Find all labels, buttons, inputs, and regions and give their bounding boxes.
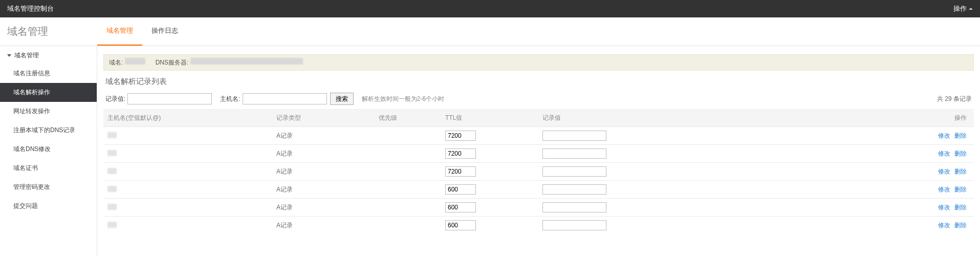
cell-host: [103, 145, 272, 163]
col-header-host: 主机名(空值默认@): [103, 110, 272, 127]
sidebar-item-dns-modify[interactable]: 域名DNS修改: [0, 140, 97, 159]
title-tabs-row: 域名管理 域名管理 操作日志: [0, 17, 980, 46]
cell-ops: 修改删除: [923, 127, 974, 145]
search-row: 记录值: 主机名: 搜索 解析生效时间一般为2-6个小时 共 29 条记录: [103, 92, 974, 109]
cell-value: [538, 163, 923, 181]
cell-priority: [375, 163, 441, 181]
record-value-input[interactable]: [542, 220, 606, 230]
record-value-input[interactable]: [542, 148, 606, 159]
record-value-input[interactable]: [127, 93, 212, 104]
ttl-input[interactable]: [445, 166, 476, 177]
cell-type: A记录: [272, 145, 375, 163]
table-row: A记录修改删除: [103, 181, 974, 199]
col-header-type: 记录类型: [272, 110, 375, 127]
cell-type: A记录: [272, 199, 375, 217]
record-count: 共 29 条记录: [937, 95, 972, 103]
cell-ops: 修改删除: [923, 145, 974, 163]
layout: 域名管理 域名注册信息 域名解析操作 网址转发操作 注册本域下的DNS记录 域名…: [0, 46, 980, 256]
tab-label: 域名管理: [106, 26, 133, 35]
sidebar-item-register-dns[interactable]: 注册本域下的DNS记录: [0, 121, 97, 140]
ttl-input[interactable]: [445, 148, 476, 159]
sidebar-item-dns-records[interactable]: 域名解析操作: [0, 83, 97, 102]
cell-ttl: [441, 217, 538, 234]
cell-priority: [375, 127, 441, 145]
delete-link[interactable]: 删除: [954, 204, 967, 211]
edit-link[interactable]: 修改: [938, 132, 950, 139]
tabs-container: 域名管理 操作日志: [97, 17, 187, 46]
delete-link[interactable]: 删除: [954, 186, 967, 193]
redacted-dns-value: [190, 58, 303, 65]
main-content: 域名: DNS服务器: 域名解析记录列表 记录值: 主机名: 搜索 解析生效时间…: [97, 46, 980, 256]
edit-link[interactable]: 修改: [938, 204, 950, 211]
table-row: A记录修改删除: [103, 199, 974, 217]
cell-ops: 修改删除: [923, 217, 974, 234]
cell-ttl: [441, 199, 538, 217]
redacted-domain-value: [125, 58, 145, 65]
delete-link[interactable]: 删除: [954, 168, 967, 175]
cell-host: [103, 199, 272, 217]
sidebar-item-submit-issue[interactable]: 提交问题: [0, 197, 97, 216]
cell-host: [103, 181, 272, 199]
col-header-ops: 操作: [923, 110, 974, 127]
dns-records-table: 主机名(空值默认@) 记录类型 优先级 TTL值 记录值 操作 A记录修改删除A…: [103, 109, 974, 234]
col-header-priority: 优先级: [375, 110, 441, 127]
table-row: A记录修改删除: [103, 217, 974, 234]
table-header-row: 主机名(空值默认@) 记录类型 优先级 TTL值 记录值 操作: [103, 110, 974, 127]
record-value-input[interactable]: [542, 184, 606, 195]
cell-ttl: [441, 145, 538, 163]
cell-type: A记录: [272, 217, 375, 234]
cell-value: [538, 217, 923, 234]
cell-value: [538, 199, 923, 217]
ttl-input[interactable]: [445, 202, 476, 212]
cell-value: [538, 127, 923, 145]
cell-ops: 修改删除: [923, 163, 974, 181]
sidebar-item-password-change[interactable]: 管理密码更改: [0, 178, 97, 197]
record-value-input[interactable]: [542, 131, 606, 141]
record-value-input[interactable]: [542, 202, 606, 212]
ttl-input[interactable]: [445, 131, 476, 141]
search-left: 记录值: 主机名: 搜索 解析生效时间一般为2-6个小时: [105, 93, 444, 105]
cell-value: [538, 181, 923, 199]
search-button[interactable]: 搜索: [330, 93, 354, 105]
caret-down-icon: [7, 54, 11, 57]
cell-value: [538, 145, 923, 163]
section-title: 域名解析记录列表: [103, 71, 974, 92]
cell-ops: 修改删除: [923, 199, 974, 217]
cell-priority: [375, 145, 441, 163]
page-title: 域名管理: [0, 17, 97, 46]
redacted-host-value: [107, 222, 117, 228]
redacted-host-value: [107, 132, 117, 138]
edit-link[interactable]: 修改: [938, 150, 950, 157]
edit-link[interactable]: 修改: [938, 186, 950, 193]
header-action-dropdown[interactable]: 操作: [953, 4, 973, 13]
cell-priority: [375, 199, 441, 217]
tab-operation-log[interactable]: 操作日志: [142, 17, 187, 46]
record-value-input[interactable]: [542, 166, 606, 177]
edit-link[interactable]: 修改: [938, 222, 950, 229]
arrow-up-icon: [969, 8, 973, 10]
cell-ttl: [441, 163, 538, 181]
delete-link[interactable]: 删除: [954, 132, 967, 139]
sidebar-group[interactable]: 域名管理: [0, 47, 97, 64]
redacted-host-value: [107, 204, 117, 210]
cell-ttl: [441, 181, 538, 199]
tab-domain-management[interactable]: 域名管理: [97, 17, 142, 46]
hostname-input[interactable]: [243, 93, 327, 104]
sidebar-item-certificate[interactable]: 域名证书: [0, 159, 97, 178]
domain-label: 域名:: [109, 58, 145, 67]
sidebar-item-registration-info[interactable]: 域名注册信息: [0, 64, 97, 83]
delete-link[interactable]: 删除: [954, 150, 967, 157]
ttl-input[interactable]: [445, 184, 476, 195]
top-header: 域名管理控制台 操作: [0, 0, 980, 17]
sidebar-item-url-forwarding[interactable]: 网址转发操作: [0, 102, 97, 121]
cell-type: A记录: [272, 127, 375, 145]
delete-link[interactable]: 删除: [954, 222, 967, 229]
hostname-label: 主机名:: [220, 95, 240, 103]
search-hint: 解析生效时间一般为2-6个小时: [362, 95, 444, 103]
dns-server-label: DNS服务器:: [156, 58, 303, 67]
ttl-input[interactable]: [445, 220, 476, 230]
cell-host: [103, 217, 272, 234]
edit-link[interactable]: 修改: [938, 168, 950, 175]
col-header-ttl: TTL值: [441, 110, 538, 127]
redacted-host-value: [107, 168, 117, 174]
